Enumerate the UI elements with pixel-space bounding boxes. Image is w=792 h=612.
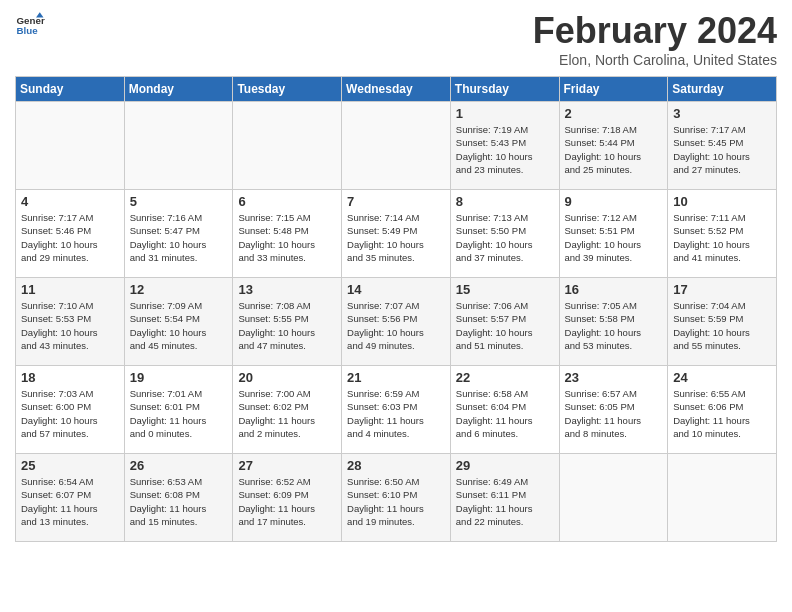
day-number: 2 [565, 106, 663, 121]
calendar-cell: 27Sunrise: 6:52 AM Sunset: 6:09 PM Dayli… [233, 454, 342, 542]
day-info: Sunrise: 6:55 AM Sunset: 6:06 PM Dayligh… [673, 387, 771, 440]
day-info: Sunrise: 7:14 AM Sunset: 5:49 PM Dayligh… [347, 211, 445, 264]
day-number: 27 [238, 458, 336, 473]
day-number: 14 [347, 282, 445, 297]
calendar-week-1: 4Sunrise: 7:17 AM Sunset: 5:46 PM Daylig… [16, 190, 777, 278]
calendar-cell: 14Sunrise: 7:07 AM Sunset: 5:56 PM Dayli… [342, 278, 451, 366]
calendar-cell: 11Sunrise: 7:10 AM Sunset: 5:53 PM Dayli… [16, 278, 125, 366]
day-info: Sunrise: 7:15 AM Sunset: 5:48 PM Dayligh… [238, 211, 336, 264]
day-info: Sunrise: 6:50 AM Sunset: 6:10 PM Dayligh… [347, 475, 445, 528]
day-number: 28 [347, 458, 445, 473]
calendar-cell [124, 102, 233, 190]
day-number: 17 [673, 282, 771, 297]
day-number: 8 [456, 194, 554, 209]
day-number: 9 [565, 194, 663, 209]
day-info: Sunrise: 7:10 AM Sunset: 5:53 PM Dayligh… [21, 299, 119, 352]
day-info: Sunrise: 7:05 AM Sunset: 5:58 PM Dayligh… [565, 299, 663, 352]
header-row: SundayMondayTuesdayWednesdayThursdayFrid… [16, 77, 777, 102]
calendar-cell: 22Sunrise: 6:58 AM Sunset: 6:04 PM Dayli… [450, 366, 559, 454]
day-number: 10 [673, 194, 771, 209]
day-info: Sunrise: 7:01 AM Sunset: 6:01 PM Dayligh… [130, 387, 228, 440]
calendar-cell: 7Sunrise: 7:14 AM Sunset: 5:49 PM Daylig… [342, 190, 451, 278]
calendar-week-4: 25Sunrise: 6:54 AM Sunset: 6:07 PM Dayli… [16, 454, 777, 542]
calendar-cell: 3Sunrise: 7:17 AM Sunset: 5:45 PM Daylig… [668, 102, 777, 190]
day-number: 26 [130, 458, 228, 473]
column-header-friday: Friday [559, 77, 668, 102]
day-number: 20 [238, 370, 336, 385]
day-number: 24 [673, 370, 771, 385]
calendar-cell: 26Sunrise: 6:53 AM Sunset: 6:08 PM Dayli… [124, 454, 233, 542]
day-number: 19 [130, 370, 228, 385]
day-info: Sunrise: 7:04 AM Sunset: 5:59 PM Dayligh… [673, 299, 771, 352]
day-number: 4 [21, 194, 119, 209]
calendar-cell: 5Sunrise: 7:16 AM Sunset: 5:47 PM Daylig… [124, 190, 233, 278]
calendar-cell [668, 454, 777, 542]
title-block: February 2024 Elon, North Carolina, Unit… [533, 10, 777, 68]
day-info: Sunrise: 6:52 AM Sunset: 6:09 PM Dayligh… [238, 475, 336, 528]
day-info: Sunrise: 7:17 AM Sunset: 5:46 PM Dayligh… [21, 211, 119, 264]
calendar-cell: 13Sunrise: 7:08 AM Sunset: 5:55 PM Dayli… [233, 278, 342, 366]
calendar-cell: 19Sunrise: 7:01 AM Sunset: 6:01 PM Dayli… [124, 366, 233, 454]
calendar-week-2: 11Sunrise: 7:10 AM Sunset: 5:53 PM Dayli… [16, 278, 777, 366]
day-info: Sunrise: 6:58 AM Sunset: 6:04 PM Dayligh… [456, 387, 554, 440]
day-info: Sunrise: 7:16 AM Sunset: 5:47 PM Dayligh… [130, 211, 228, 264]
page-header: General Blue February 2024 Elon, North C… [15, 10, 777, 68]
calendar-subtitle: Elon, North Carolina, United States [533, 52, 777, 68]
calendar-week-3: 18Sunrise: 7:03 AM Sunset: 6:00 PM Dayli… [16, 366, 777, 454]
day-number: 22 [456, 370, 554, 385]
calendar-cell: 24Sunrise: 6:55 AM Sunset: 6:06 PM Dayli… [668, 366, 777, 454]
day-number: 12 [130, 282, 228, 297]
day-info: Sunrise: 7:07 AM Sunset: 5:56 PM Dayligh… [347, 299, 445, 352]
calendar-week-0: 1Sunrise: 7:19 AM Sunset: 5:43 PM Daylig… [16, 102, 777, 190]
calendar-cell: 4Sunrise: 7:17 AM Sunset: 5:46 PM Daylig… [16, 190, 125, 278]
day-number: 13 [238, 282, 336, 297]
day-info: Sunrise: 6:49 AM Sunset: 6:11 PM Dayligh… [456, 475, 554, 528]
calendar-cell: 9Sunrise: 7:12 AM Sunset: 5:51 PM Daylig… [559, 190, 668, 278]
day-number: 7 [347, 194, 445, 209]
column-header-tuesday: Tuesday [233, 77, 342, 102]
calendar-table: SundayMondayTuesdayWednesdayThursdayFrid… [15, 76, 777, 542]
day-number: 23 [565, 370, 663, 385]
column-header-saturday: Saturday [668, 77, 777, 102]
day-number: 29 [456, 458, 554, 473]
day-info: Sunrise: 7:03 AM Sunset: 6:00 PM Dayligh… [21, 387, 119, 440]
day-info: Sunrise: 7:00 AM Sunset: 6:02 PM Dayligh… [238, 387, 336, 440]
calendar-cell: 20Sunrise: 7:00 AM Sunset: 6:02 PM Dayli… [233, 366, 342, 454]
column-header-thursday: Thursday [450, 77, 559, 102]
day-info: Sunrise: 7:06 AM Sunset: 5:57 PM Dayligh… [456, 299, 554, 352]
calendar-cell: 6Sunrise: 7:15 AM Sunset: 5:48 PM Daylig… [233, 190, 342, 278]
day-number: 5 [130, 194, 228, 209]
day-number: 25 [21, 458, 119, 473]
column-header-wednesday: Wednesday [342, 77, 451, 102]
day-number: 11 [21, 282, 119, 297]
calendar-cell [342, 102, 451, 190]
calendar-cell [233, 102, 342, 190]
day-number: 1 [456, 106, 554, 121]
calendar-cell: 8Sunrise: 7:13 AM Sunset: 5:50 PM Daylig… [450, 190, 559, 278]
calendar-cell: 16Sunrise: 7:05 AM Sunset: 5:58 PM Dayli… [559, 278, 668, 366]
day-info: Sunrise: 7:09 AM Sunset: 5:54 PM Dayligh… [130, 299, 228, 352]
day-info: Sunrise: 7:18 AM Sunset: 5:44 PM Dayligh… [565, 123, 663, 176]
calendar-title: February 2024 [533, 10, 777, 52]
calendar-cell: 12Sunrise: 7:09 AM Sunset: 5:54 PM Dayli… [124, 278, 233, 366]
day-info: Sunrise: 6:54 AM Sunset: 6:07 PM Dayligh… [21, 475, 119, 528]
logo: General Blue [15, 10, 45, 40]
calendar-cell: 15Sunrise: 7:06 AM Sunset: 5:57 PM Dayli… [450, 278, 559, 366]
calendar-cell: 2Sunrise: 7:18 AM Sunset: 5:44 PM Daylig… [559, 102, 668, 190]
calendar-cell: 18Sunrise: 7:03 AM Sunset: 6:00 PM Dayli… [16, 366, 125, 454]
calendar-cell: 21Sunrise: 6:59 AM Sunset: 6:03 PM Dayli… [342, 366, 451, 454]
day-info: Sunrise: 6:57 AM Sunset: 6:05 PM Dayligh… [565, 387, 663, 440]
day-number: 16 [565, 282, 663, 297]
column-header-sunday: Sunday [16, 77, 125, 102]
column-header-monday: Monday [124, 77, 233, 102]
day-number: 6 [238, 194, 336, 209]
day-info: Sunrise: 7:12 AM Sunset: 5:51 PM Dayligh… [565, 211, 663, 264]
day-number: 18 [21, 370, 119, 385]
svg-text:Blue: Blue [17, 25, 39, 36]
calendar-body: 1Sunrise: 7:19 AM Sunset: 5:43 PM Daylig… [16, 102, 777, 542]
day-number: 21 [347, 370, 445, 385]
calendar-cell [559, 454, 668, 542]
day-info: Sunrise: 6:59 AM Sunset: 6:03 PM Dayligh… [347, 387, 445, 440]
day-info: Sunrise: 7:13 AM Sunset: 5:50 PM Dayligh… [456, 211, 554, 264]
day-info: Sunrise: 6:53 AM Sunset: 6:08 PM Dayligh… [130, 475, 228, 528]
